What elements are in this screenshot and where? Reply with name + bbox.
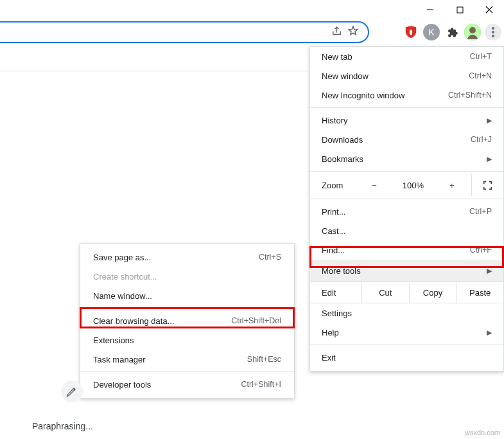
menu-separator xyxy=(310,199,503,199)
extension-ublock-icon[interactable] xyxy=(403,24,419,40)
menu-item-settings[interactable]: Settings xyxy=(310,303,503,323)
menu-item-cast[interactable]: Cast... xyxy=(310,221,503,240)
menu-item-new-window[interactable]: New window Ctrl+N xyxy=(310,66,503,85)
svg-rect-1 xyxy=(457,7,463,13)
menu-item-incognito[interactable]: New Incognito window Ctrl+Shift+N xyxy=(310,85,503,105)
menu-separator xyxy=(310,171,503,172)
menu-item-find[interactable]: Find... Ctrl+F xyxy=(310,240,503,260)
svg-point-9 xyxy=(492,31,494,33)
svg-point-8 xyxy=(492,27,494,30)
window-minimize-button[interactable] xyxy=(415,0,445,19)
chevron-right-icon: ▶ xyxy=(440,155,492,163)
fullscreen-button[interactable] xyxy=(471,174,503,196)
chevron-right-icon: ▶ xyxy=(440,116,492,125)
zoom-out-button[interactable]: − xyxy=(355,181,394,190)
window-maximize-button[interactable] xyxy=(445,0,474,19)
submenu-item-name-window[interactable]: Name window... xyxy=(80,286,294,305)
content-separator xyxy=(0,71,308,71)
edit-paste-button[interactable]: Paste xyxy=(456,282,503,303)
more-tools-submenu: Save page as... Ctrl+S Create shortcut..… xyxy=(80,243,295,399)
chrome-menu-button[interactable] xyxy=(485,24,501,40)
menu-item-zoom: Zoom − 100% + xyxy=(310,174,503,196)
chevron-right-icon: ▶ xyxy=(440,267,492,275)
edit-cut-button[interactable]: Cut xyxy=(361,282,409,303)
share-icon[interactable] xyxy=(328,26,345,39)
chevron-right-icon: ▶ xyxy=(440,328,492,337)
submenu-item-developer-tools[interactable]: Developer tools Ctrl+Shift+I xyxy=(80,375,294,394)
status-text: Paraphrasing... xyxy=(32,421,93,431)
menu-separator xyxy=(80,308,294,309)
address-bar[interactable] xyxy=(0,21,369,43)
submenu-item-save-page[interactable]: Save page as... Ctrl+S xyxy=(80,247,294,267)
menu-item-more-tools[interactable]: More tools ▶ xyxy=(310,260,503,282)
svg-point-7 xyxy=(469,27,476,33)
menu-item-new-tab[interactable]: New tab Ctrl+T xyxy=(310,47,503,66)
profile-avatar[interactable] xyxy=(464,24,481,40)
window-close-button[interactable] xyxy=(474,0,504,19)
menu-item-bookmarks[interactable]: Bookmarks ▶ xyxy=(310,149,503,168)
menu-separator xyxy=(80,372,294,372)
watermark-text: wsxdn.com xyxy=(465,429,500,436)
menu-label: New tab xyxy=(322,52,440,62)
extension-k-icon[interactable]: K xyxy=(423,24,440,40)
submenu-item-task-manager[interactable]: Task manager Shift+Esc xyxy=(80,350,294,369)
menu-shortcut: Ctrl+T xyxy=(440,52,492,61)
edit-copy-button[interactable]: Copy xyxy=(409,282,456,303)
menu-item-exit[interactable]: Exit xyxy=(310,348,503,367)
menu-item-downloads[interactable]: Downloads Ctrl+J xyxy=(310,130,503,149)
zoom-in-button[interactable]: + xyxy=(433,181,471,190)
svg-marker-4 xyxy=(349,26,358,35)
svg-point-10 xyxy=(492,35,494,37)
zoom-value: 100% xyxy=(394,181,432,190)
extensions-button-icon[interactable] xyxy=(444,24,460,40)
submenu-item-clear-browsing-data[interactable]: Clear browsing data... Ctrl+Shift+Del xyxy=(80,311,294,330)
chrome-overflow-menu: New tab Ctrl+T New window Ctrl+N New Inc… xyxy=(309,46,504,372)
pen-icon[interactable] xyxy=(61,381,83,402)
menu-item-history[interactable]: History ▶ xyxy=(310,111,503,130)
submenu-item-extensions[interactable]: Extensions xyxy=(80,330,294,350)
menu-separator xyxy=(310,107,503,108)
submenu-item-create-shortcut: Create shortcut... xyxy=(80,267,294,286)
menu-item-help[interactable]: Help ▶ xyxy=(310,323,503,342)
star-icon[interactable] xyxy=(345,25,361,39)
svg-rect-5 xyxy=(410,30,412,35)
menu-item-print[interactable]: Print... Ctrl+P xyxy=(310,202,503,221)
menu-item-edit: Edit Cut Copy Paste xyxy=(310,282,503,303)
menu-separator xyxy=(310,345,503,345)
